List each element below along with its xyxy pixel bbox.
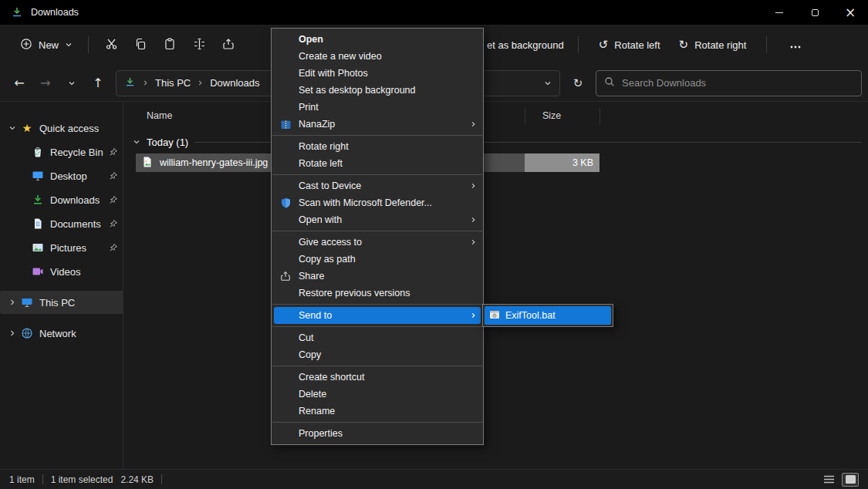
sidebar-item-videos[interactable]: Videos <box>0 260 123 283</box>
send-to-submenu: ExifTool.bat <box>482 304 613 327</box>
thumbnail-view-button[interactable] <box>842 473 859 487</box>
context-menu-item-rotate-right[interactable]: Rotate right <box>272 138 483 155</box>
chevron-right-icon[interactable] <box>6 298 19 306</box>
menu-separator <box>272 174 482 175</box>
rotate-right-button[interactable]: ↻ Rotate right <box>673 34 753 56</box>
rename-icon <box>193 38 206 52</box>
plus-circle-icon <box>20 38 32 52</box>
chevron-down-icon <box>65 39 73 51</box>
star-icon: ★ <box>20 122 34 134</box>
context-menu-item-rotate-left[interactable]: Rotate left <box>272 155 483 172</box>
sidebar-item-label: Videos <box>50 266 81 278</box>
breadcrumb-this-pc[interactable]: This PC <box>155 77 191 89</box>
maximize-button[interactable] <box>797 0 833 25</box>
breadcrumb-downloads[interactable]: Downloads <box>210 77 259 89</box>
rotate-left-button[interactable]: ↺ Rotate left <box>593 34 667 56</box>
column-divider[interactable] <box>599 108 600 125</box>
context-menu-item-share[interactable]: Share <box>272 268 483 285</box>
set-as-background-button[interactable]: et as background <box>487 39 564 51</box>
sidebar-item-recycle-bin[interactable]: Recycle Bin <box>0 140 123 164</box>
menu-separator <box>272 135 482 136</box>
view-toggle-group <box>820 473 859 487</box>
submenu-arrow-icon <box>470 239 477 246</box>
sidebar-item-network[interactable]: Network <box>0 322 123 345</box>
column-header-size[interactable]: Size <box>542 110 561 121</box>
context-menu-item-create-shortcut[interactable]: Create shortcut <box>272 369 483 386</box>
context-menu-item-properties[interactable]: Properties <box>272 425 483 442</box>
back-button[interactable]: ← <box>6 70 32 96</box>
cut-button[interactable] <box>96 32 126 58</box>
network-icon <box>20 327 34 339</box>
submenu-item-label: ExifTool.bat <box>505 310 556 321</box>
navigation-pane: ★ Quick access Recycle Bin Desktop Downl… <box>0 102 123 469</box>
scissors-icon <box>105 37 118 52</box>
sidebar-item-quick-access[interactable]: ★ Quick access <box>0 116 123 140</box>
this-pc-icon <box>20 296 34 309</box>
rotate-right-label: Rotate right <box>694 39 746 51</box>
selection-size: 2.24 KB <box>120 474 154 485</box>
copy-button[interactable] <box>126 32 155 58</box>
status-divider <box>161 474 162 484</box>
sidebar-item-documents[interactable]: Documents <box>0 212 123 235</box>
context-menu-item-send-to[interactable]: Send to <box>274 307 481 324</box>
context-menu-item-set-as-desktop-background[interactable]: Set as desktop background <box>272 82 483 99</box>
submenu-item-exiftool-bat[interactable]: ExifTool.bat <box>485 306 611 325</box>
status-bar: 1 item 1 item selected 2.24 KB <box>0 469 868 489</box>
context-menu-item-create-a-new-video[interactable]: Create a new video <box>272 48 483 65</box>
sidebar-item-pictures[interactable]: Pictures <box>0 236 123 259</box>
chevron-down-icon[interactable] <box>6 124 19 132</box>
address-dropdown-button[interactable] <box>544 79 552 87</box>
column-divider[interactable] <box>525 108 525 125</box>
minimize-button[interactable] <box>762 0 797 25</box>
close-button[interactable]: × <box>833 0 868 25</box>
context-menu-item-copy-as-path[interactable]: Copy as path <box>272 251 483 268</box>
sidebar-item-downloads[interactable]: Downloads <box>0 188 123 211</box>
column-header-name[interactable]: Name <box>147 110 172 121</box>
chevron-right-icon <box>197 77 204 89</box>
rename-button[interactable] <box>184 32 214 58</box>
context-menu-item-scan-with-defender[interactable]: Scan with Microsoft Defender... <box>272 194 483 211</box>
context-menu-item-rename[interactable]: Rename <box>272 403 483 420</box>
sidebar-item-this-pc[interactable]: This PC <box>0 291 123 314</box>
see-more-button[interactable] <box>781 32 810 58</box>
context-menu-item-open-with[interactable]: Open with <box>272 211 483 228</box>
context-menu-item-open[interactable]: Open <box>272 31 483 48</box>
refresh-button[interactable]: ↻ <box>565 70 591 96</box>
context-menu-item-cut[interactable]: Cut <box>272 329 483 346</box>
menu-separator <box>272 231 482 231</box>
command-bar-right: et as background ↺ Rotate left ↻ Rotate … <box>487 25 810 65</box>
share-button[interactable] <box>214 32 243 58</box>
chevron-right-icon[interactable] <box>6 329 19 337</box>
new-button[interactable]: New <box>12 32 80 58</box>
context-menu-item-delete[interactable]: Delete <box>272 386 483 403</box>
downloads-icon <box>31 194 45 206</box>
submenu-arrow-icon <box>470 312 477 319</box>
sidebar-item-desktop[interactable]: Desktop <box>0 164 123 187</box>
toolbar-divider <box>766 36 767 53</box>
details-view-button[interactable] <box>820 473 837 487</box>
pin-icon <box>109 243 118 252</box>
recent-locations-button[interactable] <box>59 70 85 96</box>
batch-file-icon <box>489 309 500 322</box>
downloads-folder-icon <box>11 6 23 19</box>
group-header-today[interactable]: Today (1) <box>133 133 862 151</box>
ellipsis-icon <box>790 39 801 51</box>
context-menu-item-print[interactable]: Print <box>272 99 483 116</box>
context-menu-item-nanazip[interactable]: NanaZip <box>272 116 483 133</box>
up-button[interactable]: ↑ <box>85 70 111 96</box>
new-button-label: New <box>39 39 59 51</box>
pictures-icon <box>31 241 45 254</box>
forward-button[interactable]: → <box>32 70 59 96</box>
search-input[interactable] <box>622 77 853 89</box>
defender-shield-icon <box>279 197 292 209</box>
context-menu-item-cast-to-device[interactable]: Cast to Device <box>272 177 483 194</box>
paste-button[interactable] <box>155 32 184 58</box>
context-menu-item-restore-previous-versions[interactable]: Restore previous versions <box>272 285 483 302</box>
group-header-label: Today (1) <box>147 137 188 148</box>
context-menu-item-edit-with-photos[interactable]: Edit with Photos <box>272 65 483 82</box>
sidebar-item-label: Pictures <box>50 242 86 254</box>
rotate-right-icon: ↻ <box>679 39 689 51</box>
submenu-arrow-icon <box>470 183 477 190</box>
context-menu-item-copy[interactable]: Copy <box>272 346 483 363</box>
context-menu-item-give-access-to[interactable]: Give access to <box>272 234 483 251</box>
